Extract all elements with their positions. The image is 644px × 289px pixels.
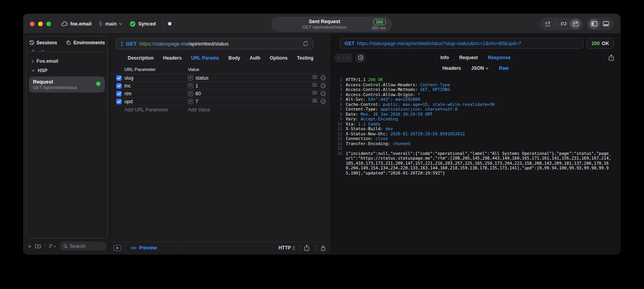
remove-row-icon[interactable] <box>321 75 326 80</box>
project-selector[interactable]: foe.email <box>61 21 91 27</box>
share-icon[interactable] <box>304 245 312 251</box>
view-tab-raw[interactable]: Raw <box>499 65 509 71</box>
line-number: 15 <box>332 146 342 151</box>
tab-description[interactable]: Description <box>128 55 154 61</box>
traffic-lights <box>30 22 51 26</box>
param-name[interactable]: upd <box>124 99 188 104</box>
group-foe-email[interactable]: Foe.email <box>27 56 107 65</box>
minimize-window-button[interactable] <box>38 22 43 26</box>
sort-list-icon[interactable] <box>49 244 56 248</box>
add-value-field[interactable]: Add Value <box>188 107 308 113</box>
request-title: Request <box>33 79 101 85</box>
back-icon[interactable]: ‹ <box>335 54 343 62</box>
row-reorder-icon[interactable] <box>312 75 317 80</box>
response-tabs: InfoRequestResponse <box>331 55 620 60</box>
line-number: 4 <box>332 92 342 97</box>
param-row: upd=7 <box>111 97 330 105</box>
response-line: 2Access-Control-Allow-Headers: Content-T… <box>332 82 611 87</box>
sort-lines-icon[interactable] <box>542 19 553 29</box>
sent-request-pill[interactable]: Sent Request GET /api/embed/status 200 2… <box>272 17 392 31</box>
footer-separator <box>45 243 45 249</box>
request-footer: ▲ </> Preview HTTP <box>111 242 330 254</box>
sidebar-search[interactable] <box>60 242 107 251</box>
param-enabled-checkbox[interactable] <box>116 75 122 81</box>
url-params-table: URL Parameter Value slug=statusinc=1rtm=… <box>111 65 330 242</box>
preview-button[interactable]: </> Preview <box>125 242 182 254</box>
view-tab-headers[interactable]: Headers <box>442 65 461 71</box>
view-tab-json[interactable]: JSON <box>471 65 489 71</box>
request-status-dot <box>96 82 100 86</box>
sync-status[interactable]: Synced <box>130 21 155 27</box>
tab-headers[interactable]: Headers <box>163 55 182 61</box>
response-body: 1HTTP/1.1 200 OK2Access-Control-Allow-He… <box>331 74 620 254</box>
protocol-select[interactable]: HTTP <box>279 245 295 251</box>
param-enabled-checkbox[interactable] <box>116 83 122 89</box>
tab-url-params[interactable]: URL Params <box>191 55 219 61</box>
line-number: 3 <box>332 87 342 92</box>
request-url-input[interactable]: https://statuspage.me/api/embed/status <box>139 41 228 47</box>
remove-row-icon[interactable] <box>321 99 326 104</box>
search-input[interactable] <box>70 244 103 249</box>
tab-info[interactable]: Info <box>440 55 449 60</box>
resend-request-icon[interactable] <box>303 41 308 47</box>
param-name[interactable]: rtm <box>124 91 188 96</box>
tab-request[interactable]: Request <box>459 55 478 60</box>
response-status-text: OK <box>602 41 609 46</box>
method-stepper-icon[interactable] <box>120 42 123 46</box>
sync-loop-icon[interactable] <box>558 19 569 29</box>
param-value[interactable]: 1 <box>195 83 198 89</box>
request-list-item[interactable]: Request GET /api/embed/status <box>29 76 105 93</box>
response-request-line[interactable]: GET https://statuspage.me/api/embed/stat… <box>340 38 583 49</box>
response-line: 11X-Status-Build: dev <box>332 126 611 131</box>
add-request-icon[interactable]: + <box>28 244 31 249</box>
import-export-icon[interactable] <box>570 19 581 29</box>
tab-environments[interactable]: Environments <box>66 40 105 45</box>
tab-body[interactable]: Body <box>228 55 240 61</box>
branch-selector[interactable]: main <box>99 21 122 27</box>
zoom-window-button[interactable] <box>46 22 51 26</box>
tab-response[interactable]: Response <box>488 55 510 60</box>
toggle-bottom-panel-icon[interactable] <box>600 19 611 29</box>
param-name[interactable]: inc <box>124 83 188 89</box>
equals-icon: = <box>188 83 193 88</box>
status-code-badge: 200 <box>373 19 386 25</box>
remove-row-icon[interactable] <box>321 91 326 96</box>
request-method[interactable]: GET <box>126 41 137 47</box>
param-name[interactable]: slug <box>124 75 188 81</box>
response-url: https://statuspage.me/api/embed/status?s… <box>357 41 521 46</box>
tab-options[interactable]: Options <box>270 55 287 61</box>
request-url-bar[interactable]: GET https://statuspage.me/api/embed/stat… <box>116 38 313 49</box>
param-row: slug=status <box>111 74 330 82</box>
app-window: foe.email main Synced Sent Request GET /… <box>24 14 620 254</box>
tab-testing[interactable]: Testing <box>297 55 314 61</box>
param-value[interactable]: status <box>195 75 208 81</box>
param-enabled-checkbox[interactable] <box>116 91 122 96</box>
row-reorder-icon[interactable] <box>312 91 317 96</box>
row-reorder-icon[interactable] <box>312 83 317 88</box>
line-number: 9 <box>332 116 342 122</box>
response-method: GET <box>345 41 355 46</box>
commit-icon <box>99 21 103 27</box>
tab-auth[interactable]: Auth <box>250 55 260 61</box>
line-number: 11 <box>332 126 342 131</box>
record-dot[interactable] <box>168 22 171 25</box>
remove-row-icon[interactable] <box>321 83 326 88</box>
tab-sessions[interactable]: Sessions <box>29 40 57 45</box>
row-reorder-icon[interactable] <box>312 99 317 104</box>
line-text: {"incidents":null,"overall":{"code":"ope… <box>342 151 611 176</box>
param-enabled-checkbox[interactable] <box>116 99 122 104</box>
new-folder-icon[interactable] <box>35 244 41 249</box>
expand-panel-button[interactable]: ▲ <box>113 245 121 251</box>
lock-icon[interactable] <box>321 245 330 251</box>
group-hsp[interactable]: HSP <box>27 65 107 75</box>
param-value[interactable]: 60 <box>195 91 201 96</box>
close-window-button[interactable] <box>30 22 35 26</box>
export-response-icon[interactable] <box>609 55 614 61</box>
add-url-parameter-field[interactable]: Add URL Parameter <box>124 107 188 113</box>
param-value[interactable]: 7 <box>195 99 198 104</box>
history-clock-icon[interactable] <box>356 53 365 62</box>
param-row: inc=1 <box>111 82 330 89</box>
response-line: 6Cache-Control: public, max-age=15, stal… <box>332 102 611 107</box>
toggle-left-panel-icon[interactable] <box>589 19 600 29</box>
forward-icon[interactable]: › <box>344 54 352 62</box>
